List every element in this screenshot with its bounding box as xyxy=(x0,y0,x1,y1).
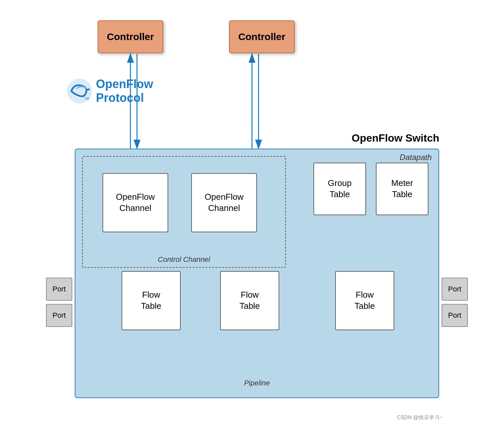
flow-table-2: FlowTable xyxy=(220,271,279,330)
channel-left-label: OpenFlowChannel xyxy=(116,192,155,214)
flow-table-1-label: FlowTable xyxy=(141,289,161,312)
port-left-bottom-label: Port xyxy=(53,311,66,320)
channel-right-label: OpenFlowChannel xyxy=(205,192,244,214)
port-left-top: Port xyxy=(46,278,72,301)
meter-table-label: MeterTable xyxy=(391,178,413,200)
openflow-logo-icon: TM xyxy=(65,76,94,106)
datapath-label: Datapath xyxy=(400,153,432,162)
svg-text:TM: TM xyxy=(84,97,89,101)
port-left-bottom: Port xyxy=(46,304,72,327)
port-right-bottom-label: Port xyxy=(448,311,461,320)
port-right-bottom: Port xyxy=(442,304,468,327)
diagram-container: Controller Controller TM OpenFlow Protoc… xyxy=(55,11,449,424)
control-channel-box: OpenFlowChannel OpenFlowChannel Control … xyxy=(82,156,286,268)
openflow-logo-area: TM OpenFlow Protocol xyxy=(65,76,153,106)
channel-left-box: OpenFlowChannel xyxy=(103,173,168,232)
flow-table-2-label: FlowTable xyxy=(240,289,260,312)
controller-right-label: Controller xyxy=(238,31,285,42)
flow-table-1: FlowTable xyxy=(122,271,181,330)
channel-right-box: OpenFlowChannel xyxy=(191,173,257,232)
control-channel-label: Control Channel xyxy=(158,255,210,264)
group-table-box: GroupTable xyxy=(313,163,366,215)
switch-box: Datapath OpenFlowChannel OpenFlowChannel… xyxy=(75,149,439,398)
flow-table-3: FlowTable xyxy=(335,271,394,330)
watermark: CSDN @快乐学习~ xyxy=(397,414,443,421)
port-left-top-label: Port xyxy=(53,285,66,293)
controller-right: Controller xyxy=(229,20,295,53)
pipeline-label: Pipeline xyxy=(244,379,270,387)
port-right-top-label: Port xyxy=(448,285,461,293)
port-right-top: Port xyxy=(442,278,468,301)
switch-label: OpenFlow Switch xyxy=(352,132,439,144)
controller-left-label: Controller xyxy=(107,31,154,42)
meter-table-box: MeterTable xyxy=(376,163,428,215)
protocol-text: Protocol xyxy=(96,91,153,105)
flow-table-3-label: FlowTable xyxy=(355,289,375,312)
group-meter-area: GroupTable MeterTable xyxy=(313,163,428,215)
openflow-text: OpenFlow xyxy=(96,77,153,91)
controller-left: Controller xyxy=(98,20,163,53)
group-table-label: GroupTable xyxy=(328,178,352,200)
